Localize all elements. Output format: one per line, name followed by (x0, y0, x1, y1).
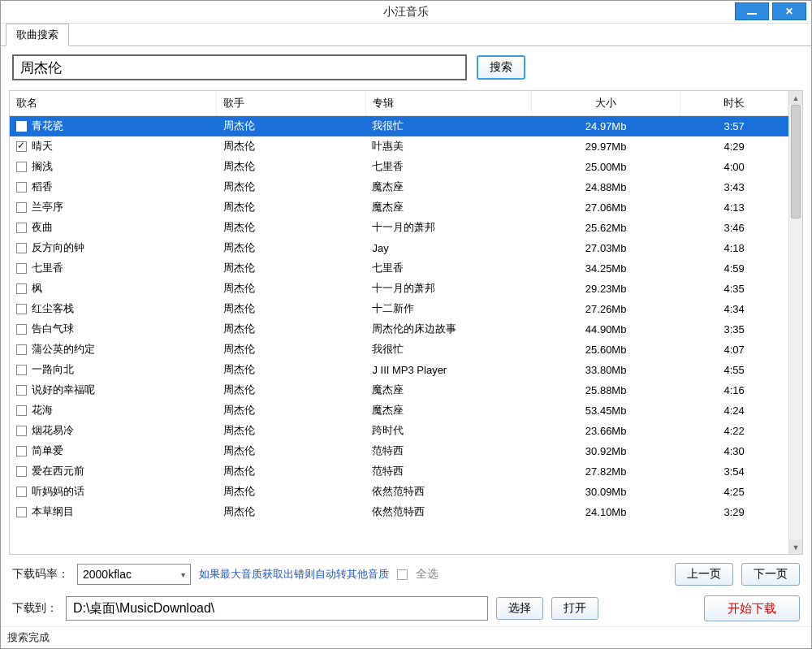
cell-dur: 4:30 (680, 441, 788, 461)
row-checkbox[interactable] (16, 344, 27, 355)
bitrate-label: 下载码率： (12, 567, 69, 582)
search-button[interactable]: 搜索 (477, 55, 525, 80)
cell-album: 依然范特西 (365, 502, 531, 522)
table-row[interactable]: 爱在西元前周杰伦范特西27.82Mb3:54 (10, 461, 788, 482)
row-checkbox[interactable] (16, 283, 27, 294)
row-checkbox[interactable] (16, 141, 27, 152)
cell-dur: 4:29 (680, 136, 788, 157)
row-checkbox[interactable] (16, 263, 27, 274)
row-checkbox[interactable] (16, 487, 27, 497)
window-controls (730, 1, 811, 22)
cell-artist: 周杰伦 (217, 116, 366, 136)
cell-name: 花海 (32, 404, 53, 416)
cell-dur: 4:59 (680, 258, 788, 279)
statusbar: 搜索完成 (1, 626, 811, 648)
col-header-size[interactable]: 大小 (531, 91, 680, 116)
table-row[interactable]: 红尘客栈周杰伦十二新作27.26Mb4:34 (10, 299, 788, 319)
table-row[interactable]: 枫周杰伦十一月的萧邦29.23Mb4:35 (10, 279, 788, 299)
table-row[interactable]: 兰亭序周杰伦魔杰座27.06Mb4:13 (10, 197, 788, 218)
table-row[interactable]: 花海周杰伦魔杰座53.45Mb4:24 (10, 400, 788, 421)
table-row[interactable]: 蒲公英的约定周杰伦我很忙25.60Mb4:07 (10, 340, 788, 360)
cell-size: 25.88Mb (531, 380, 680, 400)
row-checkbox[interactable] (16, 426, 27, 436)
cell-name: 烟花易冷 (32, 424, 74, 436)
cell-album: 十二新作 (365, 299, 531, 319)
close-button[interactable] (772, 2, 806, 20)
vertical-scrollbar[interactable]: ▲ ▼ (788, 91, 802, 554)
scroll-down-arrow-icon[interactable]: ▼ (789, 540, 802, 554)
choose-folder-button[interactable]: 选择 (496, 597, 543, 620)
col-header-duration[interactable]: 时长 (680, 91, 788, 116)
row-checkbox[interactable] (16, 324, 27, 335)
table-row[interactable]: 晴天周杰伦叶惠美29.97Mb4:29 (10, 136, 788, 157)
table-row[interactable]: 说好的幸福呢周杰伦魔杰座25.88Mb4:16 (10, 380, 788, 400)
bitrate-select[interactable]: 2000kflac ▾ (77, 564, 191, 585)
table-row[interactable]: 青花瓷周杰伦我很忙24.97Mb3:57 (10, 116, 788, 136)
cell-artist: 周杰伦 (217, 502, 366, 522)
row-checkbox[interactable] (16, 121, 27, 132)
cell-name: 本草纲目 (32, 505, 74, 517)
table-row[interactable]: 七里香周杰伦七里香34.25Mb4:59 (10, 258, 788, 279)
cell-size: 25.62Mb (531, 218, 680, 238)
open-folder-button[interactable]: 打开 (551, 597, 598, 620)
row-checkbox[interactable] (16, 385, 27, 396)
row-checkbox[interactable] (16, 405, 27, 416)
cell-artist: 周杰伦 (217, 482, 366, 502)
cell-size: 27.82Mb (531, 461, 680, 482)
cell-album: 我很忙 (365, 116, 531, 136)
table-header-row: 歌名 歌手 专辑 大小 时长 (10, 91, 788, 116)
table-row[interactable]: 告白气球周杰伦周杰伦的床边故事44.90Mb3:35 (10, 319, 788, 340)
download-to-label: 下载到： (12, 601, 58, 616)
table-row[interactable]: 一路向北周杰伦J III MP3 Player33.80Mb4:55 (10, 360, 788, 380)
col-header-artist[interactable]: 歌手 (217, 91, 366, 116)
col-header-album[interactable]: 专辑 (365, 91, 531, 116)
cell-dur: 4:13 (680, 197, 788, 218)
minimize-button[interactable] (735, 2, 769, 20)
next-page-button[interactable]: 下一页 (741, 563, 800, 586)
cell-size: 29.23Mb (531, 279, 680, 299)
cell-name: 枫 (32, 282, 42, 294)
select-all-checkbox[interactable]: 全选 (397, 567, 438, 582)
cell-size: 27.06Mb (531, 197, 680, 218)
table-row[interactable]: 反方向的钟周杰伦Jay27.03Mb4:18 (10, 238, 788, 258)
start-download-button[interactable]: 开始下载 (704, 595, 800, 621)
table-row[interactable]: 烟花易冷周杰伦跨时代23.66Mb4:22 (10, 421, 788, 441)
prev-page-button[interactable]: 上一页 (675, 563, 733, 586)
scroll-up-arrow-icon[interactable]: ▲ (789, 91, 802, 105)
scroll-thumb[interactable] (791, 105, 801, 218)
cell-album: 魔杰座 (365, 380, 531, 400)
cell-artist: 周杰伦 (217, 157, 366, 177)
cell-dur: 4:18 (680, 238, 788, 258)
cell-dur: 4:55 (680, 360, 788, 380)
cell-size: 34.25Mb (531, 258, 680, 279)
tab-song-search[interactable]: 歌曲搜索 (6, 24, 69, 46)
row-checkbox[interactable] (16, 466, 27, 477)
row-checkbox[interactable] (16, 446, 27, 456)
row-checkbox[interactable] (16, 243, 27, 253)
table-row[interactable]: 搁浅周杰伦七里香25.00Mb4:00 (10, 157, 788, 177)
table-row[interactable]: 听妈妈的话周杰伦依然范特西30.09Mb4:25 (10, 482, 788, 502)
row-checkbox[interactable] (16, 202, 27, 213)
cell-size: 29.97Mb (531, 136, 680, 157)
cell-dur: 4:34 (680, 299, 788, 319)
col-header-name[interactable]: 歌名 (10, 91, 217, 116)
row-checkbox[interactable] (16, 182, 27, 193)
row-checkbox[interactable] (16, 365, 27, 375)
row-checkbox[interactable] (16, 223, 27, 233)
row-checkbox[interactable] (16, 162, 27, 172)
cell-album: 叶惠美 (365, 136, 531, 157)
table-row[interactable]: 夜曲周杰伦十一月的萧邦25.62Mb3:46 (10, 218, 788, 238)
table-row[interactable]: 简单爱周杰伦范特西30.92Mb4:30 (10, 441, 788, 461)
cell-size: 27.26Mb (531, 299, 680, 319)
download-path-input[interactable] (66, 596, 488, 621)
table-row[interactable]: 稻香周杰伦魔杰座24.88Mb3:43 (10, 177, 788, 197)
cell-dur: 4:35 (680, 279, 788, 299)
cell-size: 53.45Mb (531, 400, 680, 421)
cell-name: 搁浅 (32, 160, 53, 172)
row-checkbox[interactable] (16, 507, 27, 517)
cell-artist: 周杰伦 (217, 218, 366, 238)
row-checkbox[interactable] (16, 304, 27, 314)
search-input[interactable] (12, 54, 467, 80)
table-row[interactable]: 本草纲目周杰伦依然范特西24.10Mb3:29 (10, 502, 788, 522)
cell-name: 兰亭序 (32, 201, 63, 213)
